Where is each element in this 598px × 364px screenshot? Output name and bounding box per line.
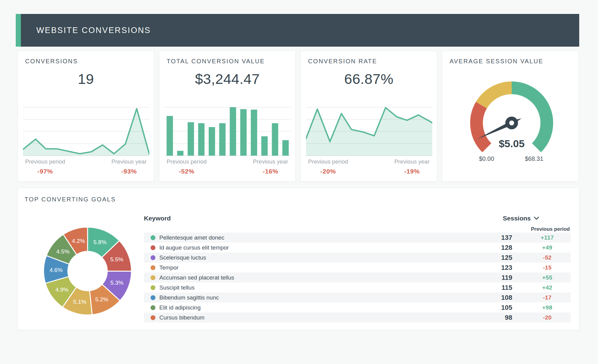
previous-period-value: -15	[512, 264, 571, 271]
kpi-title: CONVERSION RATE	[308, 58, 377, 65]
session-value-gauge-chart	[442, 51, 579, 182]
keyword-color-dot	[151, 315, 155, 320]
sessions-value: 115	[467, 284, 512, 292]
top-converting-goals-card: TOP CONVERTING GOALS 5.8%5.5%5.3%5.2%5.1…	[18, 188, 579, 330]
comparison-previous-year: Previous year -19%	[394, 158, 430, 175]
keyword-color-dot	[151, 285, 155, 290]
donut-slice-label: 4.5%	[56, 248, 69, 255]
previous-period-value: +49	[512, 244, 571, 251]
keyword-color-dot	[151, 275, 155, 280]
table-row: Scelerisque luctus125-52	[144, 253, 571, 263]
previous-period-value: -20	[512, 314, 571, 321]
kpi-card-conversion-rate: CONVERSION RATE 66.87% Previous period -…	[301, 51, 437, 182]
comparison-label: Previous period	[167, 158, 207, 165]
kpi-comparisons: Previous period -97% Previous year -93%	[25, 158, 147, 175]
donut-slice-label: 5.8%	[93, 239, 106, 245]
kpi-card-conversions: CONVERSIONS 19 Previous period -97% Prev…	[18, 51, 154, 182]
comparison-value: -93%	[121, 168, 137, 175]
sessions-sort-header[interactable]: Sessions	[503, 215, 539, 222]
previous-period-value: +117	[512, 234, 571, 241]
keyword-color-dot	[151, 255, 155, 260]
gauge-value: $5.05	[499, 138, 524, 150]
conversion-rate-area-chart	[306, 107, 432, 157]
comparison-value: -52%	[179, 168, 194, 175]
donut-slice-label: 4.2%	[72, 238, 85, 244]
column-header-previous-period: Previous period	[531, 226, 570, 232]
kpi-value: $3,244.47	[159, 71, 295, 87]
page-title: WEBSITE CONVERSIONS	[36, 14, 579, 47]
keyword-label: Pellentesque amet donec	[159, 234, 224, 241]
comparison-value: -20%	[320, 168, 336, 175]
comparison-previous-period: Previous period -20%	[308, 158, 348, 175]
sessions-value: 105	[467, 304, 512, 312]
donut-slice-label: 5.1%	[73, 299, 86, 305]
keyword-label: Tempor	[159, 264, 178, 271]
column-header-sessions: Sessions	[503, 215, 531, 222]
kpi-title: TOTAL CONVERSION VALUE	[167, 58, 265, 65]
previous-period-value: +98	[512, 304, 571, 311]
comparison-label: Previous year	[253, 158, 288, 165]
donut-slice-label: 5.2%	[95, 296, 108, 303]
comparison-value: -16%	[263, 168, 278, 175]
keyword-color-dot	[151, 245, 155, 250]
goals-title: TOP CONVERTING GOALS	[25, 196, 116, 203]
kpi-value: 19	[18, 71, 154, 87]
table-row: Suscipit tellus115+42	[144, 283, 571, 293]
table-row: Bibendum sagittis nunc108-17	[144, 293, 571, 303]
donut-slice-label: 5.5%	[110, 256, 123, 263]
kpi-comparisons: Previous period -20% Previous year -19%	[308, 158, 430, 175]
table-row: Pellentesque amet donec137+117	[144, 233, 571, 243]
previous-period-value: +42	[512, 284, 571, 291]
kpi-title: CONVERSIONS	[25, 58, 78, 65]
donut-slice-label: 4.9%	[55, 286, 68, 293]
sessions-value: 123	[467, 264, 512, 272]
keyword-label: Suscipit tellus	[159, 284, 194, 291]
table-row: Tempor123-15	[144, 263, 571, 273]
chevron-down-icon	[534, 217, 539, 220]
comparison-label: Previous year	[394, 158, 430, 165]
previous-period-value: -17	[512, 294, 571, 301]
dashboard-header: WEBSITE CONVERSIONS	[16, 14, 579, 47]
goals-donut-chart: 5.8%5.5%5.3%5.2%5.1%4.9%4.6%4.5%4.2%	[39, 223, 136, 319]
comparison-previous-year: Previous year -16%	[253, 158, 288, 175]
keyword-label: Accumsan sed placerat tellus	[159, 274, 234, 281]
conversion-value-bar-chart	[164, 107, 290, 157]
comparison-previous-year: Previous year -93%	[111, 158, 147, 175]
keyword-label: Cursus bibendum	[159, 314, 204, 321]
sessions-value: 108	[467, 294, 512, 302]
sessions-value: 98	[467, 314, 512, 322]
sessions-value: 137	[467, 234, 512, 242]
comparison-value: -97%	[37, 168, 53, 175]
comparison-label: Previous period	[308, 158, 348, 165]
sessions-value: 125	[467, 254, 512, 262]
column-header-keyword: Keyword	[144, 215, 171, 222]
sessions-value: 119	[467, 274, 512, 282]
previous-period-value: -52	[512, 254, 571, 261]
donut-slice-label: 5.3%	[110, 280, 123, 286]
comparison-label: Previous period	[25, 158, 65, 165]
keyword-color-dot	[151, 235, 155, 240]
header-accent-bar	[16, 14, 21, 47]
kpi-card-average-session-value: AVERAGE SESSION VALUE $5.05 $0.00 $68.31	[442, 51, 579, 182]
kpi-value: 66.87%	[301, 71, 437, 87]
keyword-label: Scelerisque luctus	[159, 254, 206, 261]
comparison-label: Previous year	[111, 158, 147, 165]
sessions-value: 128	[467, 244, 512, 252]
table-body: Pellentesque amet donec137+117Id augue c…	[144, 233, 571, 323]
comparison-previous-period: Previous period -97%	[25, 158, 65, 175]
keyword-color-dot	[151, 295, 155, 300]
gauge-max-label: $68.31	[525, 155, 543, 162]
gauge-min-label: $0.00	[479, 155, 494, 162]
keyword-color-dot	[151, 305, 155, 310]
kpi-card-total-conversion-value: TOTAL CONVERSION VALUE $3,244.47 Previou…	[159, 51, 296, 182]
keyword-label: Bibendum sagittis nunc	[159, 294, 219, 301]
previous-period-value: +55	[512, 274, 571, 281]
table-row: Accumsan sed placerat tellus119+55	[144, 273, 571, 283]
keyword-label: Elit id adipiscing	[159, 304, 201, 311]
comparison-value: -19%	[404, 168, 420, 175]
comparison-previous-period: Previous period -52%	[167, 158, 207, 175]
donut-slice-label: 4.6%	[49, 267, 62, 273]
kpi-row: CONVERSIONS 19 Previous period -97% Prev…	[18, 51, 579, 182]
table-row: Cursus bibendum98-20	[144, 313, 571, 323]
keyword-label: Id augue cursus elit tempor	[159, 244, 229, 251]
